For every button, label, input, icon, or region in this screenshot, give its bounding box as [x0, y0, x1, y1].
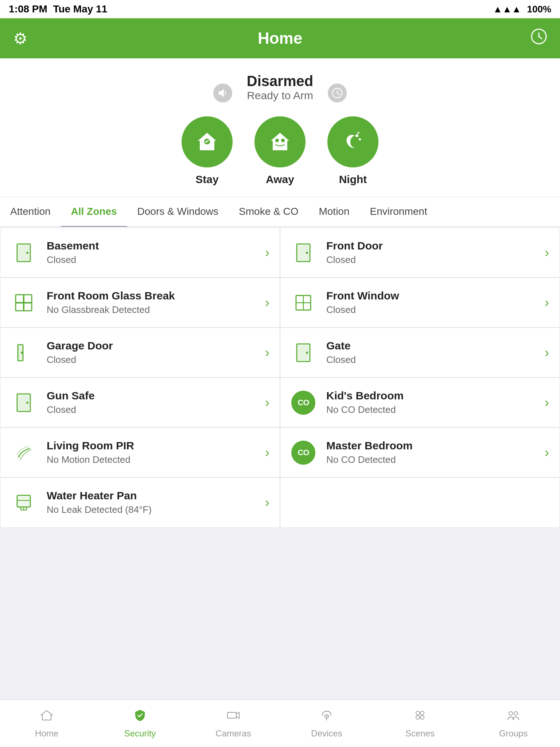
groups-icon	[506, 708, 520, 725]
tab-attention[interactable]: Attention	[0, 197, 61, 227]
tab-smoke-co[interactable]: Smoke & CO	[229, 197, 308, 227]
zone-status: No Glassbreak Detected	[47, 304, 255, 316]
chevron-icon: ›	[265, 345, 269, 360]
zone-status: Closed	[326, 354, 534, 365]
door-icon	[11, 240, 36, 266]
nav-scenes[interactable]: Scenes	[373, 708, 467, 739]
chevron-icon: ›	[545, 245, 549, 260]
status-icons: ▲▲▲ 100%	[493, 4, 551, 15]
arm-buttons: Stay Away	[7, 116, 553, 186]
chevron-icon: ›	[545, 345, 549, 360]
tab-motion[interactable]: Motion	[308, 197, 359, 227]
zone-kids-bedroom[interactable]: CO Kid's Bedroom No CO Detected ›	[280, 378, 559, 427]
zone-info: Front Room Glass Break No Glassbreak Det…	[47, 290, 255, 316]
nav-security[interactable]: Security	[93, 708, 187, 739]
chevron-icon: ›	[265, 295, 269, 310]
svg-point-8	[275, 139, 279, 142]
zone-living-room-pir[interactable]: Living Room PIR No Motion Detected ›	[1, 428, 280, 477]
svg-point-50	[514, 712, 518, 715]
svg-point-15	[26, 252, 28, 254]
svg-rect-20	[16, 295, 23, 302]
night-label: Night	[339, 173, 367, 186]
tab-doors-windows[interactable]: Doors & Windows	[127, 197, 229, 227]
zone-info: Living Room PIR No Motion Detected	[47, 440, 255, 465]
bottom-nav: Home Security Cameras	[0, 700, 560, 747]
zone-info: Water Heater Pan No Leak Detected (84°F)	[47, 489, 255, 515]
svg-rect-22	[16, 303, 23, 311]
nav-cameras-label: Cameras	[215, 728, 251, 739]
status-time: 1:08 PM Tue May 11	[9, 3, 107, 15]
zone-info: Garage Door Closed	[47, 340, 255, 365]
motion-icon	[11, 440, 36, 465]
tab-all-zones[interactable]: All Zones	[61, 197, 127, 227]
zone-gate[interactable]: Gate Closed ›	[280, 328, 559, 377]
zone-name: Front Door	[326, 240, 534, 252]
glass-break-icon	[11, 290, 36, 316]
zone-name: Water Heater Pan	[47, 489, 255, 502]
home-icon	[40, 708, 54, 725]
garage-door-icon	[11, 340, 36, 365]
settings-icon[interactable]: ⚙	[13, 29, 27, 48]
wifi-icon: ▲▲▲	[493, 4, 521, 15]
zone-info: Master Bedroom No CO Detected	[326, 440, 534, 465]
svg-point-47	[416, 716, 420, 719]
zone-front-window[interactable]: Front Window Closed ›	[280, 278, 559, 327]
nav-home[interactable]: Home	[0, 708, 93, 739]
nav-scenes-label: Scenes	[405, 728, 435, 739]
zone-info: Gun Safe Closed	[47, 390, 255, 415]
chevron-icon: ›	[265, 245, 269, 260]
nav-groups[interactable]: Groups	[467, 708, 560, 739]
svg-point-46	[420, 711, 424, 715]
night-icon-circle	[327, 116, 378, 167]
zone-info: Basement Closed	[47, 240, 255, 266]
zone-water-heater-pan[interactable]: Water Heater Pan No Leak Detected (84°F)…	[1, 478, 280, 527]
window-icon	[291, 290, 316, 316]
zone-name: Master Bedroom	[326, 440, 534, 452]
nav-devices-label: Devices	[311, 728, 342, 739]
svg-point-12	[358, 132, 359, 134]
zone-info: Front Door Closed	[326, 240, 534, 266]
status-bar: 1:08 PM Tue May 11 ▲▲▲ 100%	[0, 0, 560, 18]
schedule-icon[interactable]	[328, 84, 347, 102]
co-icon: CO	[291, 440, 316, 465]
stay-button[interactable]: Stay	[182, 116, 233, 186]
zone-name: Gun Safe	[47, 390, 255, 402]
door-icon	[291, 240, 316, 266]
zone-status: No Leak Detected (84°F)	[47, 504, 255, 515]
zone-garage-door[interactable]: Garage Door Closed ›	[1, 328, 280, 377]
svg-point-43	[326, 716, 327, 717]
nav-cameras[interactable]: Cameras	[187, 708, 280, 739]
zone-front-room-glass-break[interactable]: Front Room Glass Break No Glassbreak Det…	[1, 278, 280, 327]
zone-status: No CO Detected	[326, 454, 534, 465]
sound-icon[interactable]	[213, 84, 232, 102]
nav-security-label: Security	[124, 728, 156, 739]
svg-rect-21	[24, 295, 32, 302]
zone-gun-safe[interactable]: Gun Safe Closed ›	[1, 378, 280, 427]
svg-point-9	[281, 139, 285, 142]
svg-point-45	[416, 711, 420, 715]
tabs-container: Attention All Zones Doors & Windows Smok…	[0, 197, 560, 227]
history-icon[interactable]	[531, 28, 547, 48]
battery-icon: 100%	[527, 4, 552, 15]
nav-groups-label: Groups	[499, 728, 528, 739]
svg-line-2	[539, 36, 542, 39]
tab-environment[interactable]: Environment	[360, 197, 438, 227]
away-label: Away	[266, 173, 294, 186]
zone-status: No Motion Detected	[47, 454, 255, 465]
svg-rect-23	[24, 303, 32, 311]
night-button[interactable]: Night	[327, 116, 378, 186]
svg-rect-37	[18, 496, 29, 506]
zone-info: Gate Closed	[326, 340, 534, 365]
away-icon-circle	[254, 116, 306, 167]
zone-front-door[interactable]: Front Door Closed ›	[280, 228, 559, 277]
svg-point-35	[26, 402, 28, 404]
away-button[interactable]: Away	[254, 116, 306, 186]
zone-status: Closed	[47, 404, 255, 415]
zone-master-bedroom[interactable]: CO Master Bedroom No CO Detected ›	[280, 428, 559, 477]
zone-basement[interactable]: Basement Closed ›	[1, 228, 280, 277]
nav-devices[interactable]: Devices	[280, 708, 373, 739]
header: ⚙ Home	[0, 18, 560, 58]
svg-point-48	[420, 716, 424, 719]
zone-empty	[280, 478, 559, 527]
arm-status: Disarmed	[247, 73, 313, 89]
